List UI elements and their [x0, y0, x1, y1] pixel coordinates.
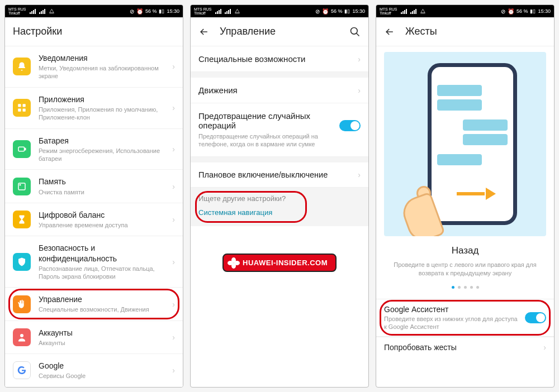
- wifi-icon: ⧋: [49, 8, 54, 15]
- row-scheduled-power[interactable]: Плановое включение/выключение ›: [191, 162, 368, 188]
- gesture-title: Назад: [384, 245, 546, 256]
- settings-item-google[interactable]: GoogleСервисы Google›: [5, 354, 183, 387]
- page-indicator: [384, 286, 546, 289]
- settings-item-storage[interactable]: ПамятьОчистка памяти›: [5, 170, 183, 203]
- apps-icon: [13, 99, 31, 117]
- settings-item-battery[interactable]: БатареяРежим энергосбережения, Использов…: [5, 129, 183, 170]
- screen-gestures: MTS RUSTinkoff ⧋ ⊘⏰ 56 %▮▯ 15:30 Жесты: [376, 4, 555, 388]
- settings-item-shield[interactable]: Безопасность и конфиденциальностьРаспозн…: [5, 236, 183, 288]
- signal-icon: [39, 9, 45, 14]
- screen-settings: MTS RUSTinkoff ⧋ ⊘ ⏰ 56 % ▮▯ 15:30 Настр…: [4, 4, 183, 388]
- svg-rect-6: [18, 183, 25, 190]
- toggle-google-assistant[interactable]: [525, 312, 546, 323]
- settings-item-bell[interactable]: УведомленияМетки, Уведомления на заблоки…: [5, 46, 183, 88]
- status-bar: MTS RUSTinkoff ⧋ ⊘⏰ 56 %▮▯ 15:30: [376, 5, 554, 17]
- shield-icon: [13, 253, 31, 271]
- user-icon: [13, 328, 31, 346]
- settings-item-hourglass[interactable]: Цифровой балансУправление временем досту…: [5, 203, 183, 236]
- settings-item-user[interactable]: АккаунтыАккаунты›: [5, 321, 183, 354]
- back-button[interactable]: [198, 26, 212, 37]
- settings-item-hand[interactable]: УправлениеСпециальные возможности, Движе…: [5, 288, 183, 321]
- toggle-accidental[interactable]: [339, 120, 361, 131]
- chevron-right-icon: ›: [172, 333, 175, 342]
- header: Настройки: [5, 17, 183, 46]
- hand-icon: [400, 169, 450, 236]
- row-accessibility[interactable]: Специальные возможности ›: [191, 46, 368, 72]
- chevron-right-icon: ›: [358, 170, 361, 179]
- chevron-right-icon: ›: [172, 62, 175, 71]
- bell-icon: [13, 58, 31, 75]
- gesture-illustration: [384, 52, 546, 236]
- svg-rect-1: [23, 104, 26, 107]
- battery-percent: 56 %: [145, 8, 157, 14]
- huawei-logo-icon: [228, 257, 239, 269]
- svg-point-8: [20, 334, 23, 337]
- svg-rect-0: [18, 104, 21, 107]
- settings-list[interactable]: УведомленияМетки, Уведомления на заблоки…: [5, 46, 183, 387]
- chevron-right-icon: ›: [358, 55, 361, 64]
- clock: 15:30: [167, 8, 179, 14]
- google-icon: [13, 361, 31, 379]
- screen-control: MTS RUSTinkoff ⧋ ⊘⏰ 56 %▮▯ 15:30 Управле…: [190, 4, 369, 388]
- header: Жесты: [376, 17, 554, 46]
- chevron-right-icon: ›: [172, 215, 175, 224]
- chevron-right-icon: ›: [358, 86, 361, 95]
- row-accidental-touch[interactable]: Предотвращение случайных операций Предот…: [191, 103, 368, 157]
- header: Управление: [191, 17, 368, 46]
- page-title: Управление: [220, 26, 276, 37]
- svg-rect-2: [18, 109, 21, 112]
- status-bar: MTS RUSTinkoff ⧋ ⊘ ⏰ 56 % ▮▯ 15:30: [5, 5, 183, 17]
- chevron-right-icon: ›: [543, 343, 546, 352]
- search-button[interactable]: [349, 26, 361, 37]
- hand-icon: [13, 295, 31, 313]
- chevron-right-icon: ›: [172, 257, 175, 266]
- row-try-gestures[interactable]: Попробовать жесты ›: [376, 337, 554, 357]
- swipe-arrow-icon: [457, 189, 496, 198]
- svg-point-11: [351, 27, 358, 34]
- settings-item-apps[interactable]: ПриложенияПриложения, Приложения по умол…: [5, 88, 183, 129]
- svg-rect-4: [18, 147, 25, 151]
- battery-icon: ▮▯: [159, 8, 164, 14]
- chevron-right-icon: ›: [172, 300, 175, 309]
- back-button[interactable]: [384, 26, 397, 37]
- gesture-illustration-card[interactable]: Назад Проведите в центр с левого или пра…: [376, 46, 554, 292]
- other-settings-hint: Ищете другие настройки? Системная навига…: [191, 188, 368, 226]
- alarm-icon: ⏰: [136, 8, 143, 15]
- page-title: Настройки: [13, 26, 62, 37]
- watermark-badge: HUAWEI-INSIDER.COM: [222, 254, 337, 272]
- chevron-right-icon: ›: [172, 182, 175, 191]
- control-list: Специальные возможности › Движения › Пре…: [191, 46, 368, 387]
- chevron-right-icon: ›: [172, 103, 175, 112]
- svg-rect-3: [23, 109, 26, 112]
- storage-icon: [13, 178, 31, 195]
- link-system-navigation[interactable]: Системная навигация: [198, 208, 272, 217]
- row-google-assistant[interactable]: Google Ассистент Проведите вверх из нижн…: [376, 299, 554, 337]
- dnd-icon: ⊘: [130, 8, 134, 15]
- chevron-right-icon: ›: [172, 366, 175, 375]
- battery-icon: [13, 140, 31, 158]
- hourglass-icon: [13, 211, 31, 228]
- row-motions[interactable]: Движения ›: [191, 78, 368, 103]
- page-title: Жесты: [405, 26, 437, 37]
- gesture-subtitle: Проведите в центр с левого или правого к…: [384, 261, 546, 278]
- svg-point-7: [20, 184, 21, 185]
- status-bar: MTS RUSTinkoff ⧋ ⊘⏰ 56 %▮▯ 15:30: [191, 5, 368, 17]
- chevron-right-icon: ›: [172, 145, 175, 154]
- signal-icon: [30, 9, 36, 14]
- svg-rect-5: [25, 148, 26, 150]
